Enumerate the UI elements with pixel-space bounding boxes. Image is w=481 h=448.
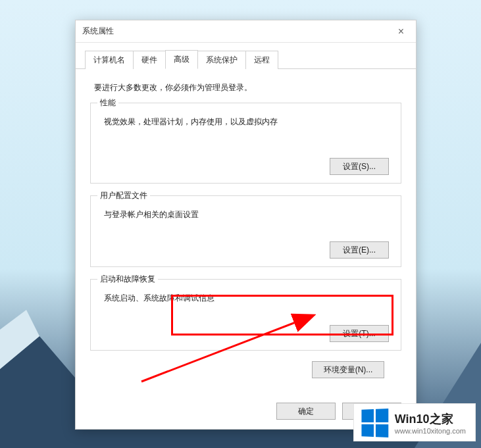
titlebar: 系统属性 ×: [76, 20, 416, 43]
group-performance-desc: 视觉效果，处理器计划，内存使用，以及虚拟内存: [104, 116, 392, 128]
dialog-title: 系统属性: [82, 26, 114, 37]
watermark-title: Win10之家: [395, 411, 466, 427]
group-startup-recovery: 启动和故障恢复 系统启动、系统故障和调试信息 设置(T)...: [90, 279, 401, 351]
user-profiles-settings-button[interactable]: 设置(E)...: [330, 241, 389, 259]
tab-content-advanced: 要进行大多数更改，你必须作为管理员登录。 性能 视觉效果，处理器计划，内存使用，…: [76, 69, 416, 378]
watermark-url: www.win10xitong.com: [395, 427, 466, 435]
group-startup-recovery-legend: 启动和故障恢复: [97, 274, 158, 285]
close-button[interactable]: ×: [393, 24, 409, 39]
group-user-profiles-desc: 与登录帐户相关的桌面设置: [104, 209, 392, 220]
group-user-profiles: 用户配置文件 与登录帐户相关的桌面设置 设置(E)...: [90, 195, 401, 267]
tab-strip: 计算机名 硬件 高级 系统保护 远程: [76, 43, 416, 69]
group-performance: 性能 视觉效果，处理器计划，内存使用，以及虚拟内存 设置(S)...: [90, 103, 401, 184]
tab-hardware[interactable]: 硬件: [133, 51, 166, 69]
tab-system-protection[interactable]: 系统保护: [197, 51, 246, 69]
ok-button[interactable]: 确定: [276, 403, 336, 420]
watermark: Win10之家 www.win10xitong.com: [353, 403, 476, 441]
tab-computer-name[interactable]: 计算机名: [85, 51, 134, 69]
windows-logo-icon: [361, 409, 388, 437]
group-startup-recovery-desc: 系统启动、系统故障和调试信息: [104, 293, 392, 304]
group-performance-legend: 性能: [97, 97, 118, 109]
performance-settings-button[interactable]: 设置(S)...: [330, 158, 389, 175]
startup-recovery-settings-button[interactable]: 设置(T)...: [330, 325, 389, 342]
group-user-profiles-legend: 用户配置文件: [97, 190, 150, 201]
tab-remote[interactable]: 远程: [245, 51, 278, 69]
environment-variables-button[interactable]: 环境变量(N)...: [312, 361, 384, 378]
tab-advanced[interactable]: 高级: [165, 50, 198, 69]
admin-notice: 要进行大多数更改，你必须作为管理员登录。: [94, 82, 401, 93]
system-properties-dialog: 系统属性 × 计算机名 硬件 高级 系统保护 远程 要进行大多数更改，你必须作为…: [75, 20, 417, 430]
